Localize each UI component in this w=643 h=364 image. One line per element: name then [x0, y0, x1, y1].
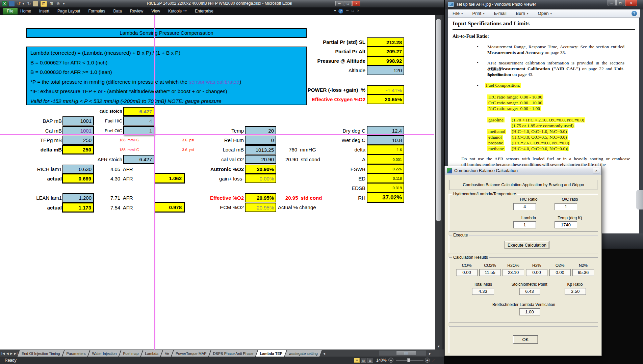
ribbon-tab-file[interactable]: File	[3, 8, 18, 15]
tepg-cell[interactable]: 250	[62, 136, 94, 145]
tab-scroll-right-icon[interactable]: ▶	[428, 351, 433, 357]
bap-cell[interactable]: 1001	[62, 116, 94, 125]
ribbon-tab-view[interactable]: View	[151, 9, 160, 13]
page-layout-view-icon[interactable]: ▤	[361, 358, 366, 363]
ribbon-tab-insert[interactable]: Insert	[39, 9, 49, 13]
viewer-maximize-button[interactable]: □	[616, 0, 624, 6]
menu-email[interactable]: E-mail	[489, 11, 511, 16]
ribbon-tab-review[interactable]: Review	[130, 9, 143, 13]
sheet-tab-fuel-map[interactable]: Fuel map	[119, 350, 143, 357]
autronic-cell[interactable]: 20.90%	[245, 165, 276, 174]
afr-stoich-cell[interactable]: 6.427	[123, 155, 154, 164]
grid-view-icon[interactable]: ⊞	[41, 1, 47, 7]
temp-cell[interactable]: 20	[245, 126, 276, 135]
effective-o2-cell[interactable]: 20.95%	[245, 193, 276, 202]
ok-button[interactable]: OK	[513, 335, 538, 344]
rich-actual-cell[interactable]: 0.669	[62, 173, 94, 184]
sheet-tab-wastegate-setting[interactable]: wastegate setting	[285, 350, 322, 357]
a-cell[interactable]: 0.001	[367, 155, 404, 164]
delta-mb-cell[interactable]: 250	[62, 145, 94, 155]
circle-icon[interactable]: ⊜	[55, 1, 61, 6]
menu-burn[interactable]: Burn▾	[511, 11, 533, 16]
workbook-restore-icon[interactable]: □	[351, 9, 355, 12]
scroll-down-icon[interactable]: ▼	[435, 343, 442, 349]
horizontal-scrollbar-thumb[interactable]: ||||	[396, 351, 416, 355]
altitude-cell[interactable]: 120	[367, 65, 404, 75]
sheet-tab-powertorque-map[interactable]: PowerTorque MAP	[172, 350, 211, 357]
hc-ratio-input[interactable]: 4	[513, 203, 536, 210]
sheet-tab-parameters[interactable]: Parameters	[62, 350, 90, 357]
ribbon-collapse-icon[interactable]: ▾	[333, 9, 337, 12]
pressure-altitude-cell[interactable]: 998.92	[367, 56, 404, 66]
lean-ratio-cell[interactable]: 0.978	[154, 202, 185, 213]
calval-cell[interactable]: 20.90	[245, 155, 276, 164]
edsb-cell[interactable]: 0.319	[367, 183, 404, 193]
ribbon-tab-kutools[interactable]: Kutools ™	[168, 9, 187, 13]
cal-cell[interactable]: 1001	[62, 126, 94, 135]
ed-cell[interactable]: 0.118	[367, 173, 404, 183]
zoom-out-icon[interactable]: −	[388, 358, 393, 363]
sheet-tab-end-of-injection-timing[interactable]: End Of Injection Timing	[18, 350, 64, 357]
rich-lam1-cell[interactable]: 0.630	[62, 165, 94, 174]
ribbon-tab-page-layout[interactable]: Page Layout	[57, 9, 80, 13]
fuel-oc-cell[interactable]: 1	[123, 126, 154, 135]
sheet-tab-lambda[interactable]: Lambda	[141, 350, 162, 357]
power-cell[interactable]: -1.41%	[367, 85, 404, 95]
ribbon-tab-home[interactable]: Home	[20, 9, 31, 13]
relhum-cell[interactable]: 0	[245, 136, 276, 145]
ribbon-tab-data[interactable]: Data	[113, 9, 122, 13]
dialog-close-icon[interactable]: ×	[593, 168, 600, 173]
help-icon[interactable]: ?	[632, 11, 637, 16]
sheet-tab-water-injection[interactable]: Water Injection	[88, 350, 121, 357]
partial-pr-sl-cell[interactable]: 212.28	[367, 37, 404, 47]
sheet-tab-dsps-phase-anti-phase[interactable]: DSPS Phase Anti Phase	[209, 350, 258, 357]
viewer-close-button[interactable]: ×	[625, 0, 637, 6]
page-break-view-icon[interactable]: ▥	[367, 358, 373, 363]
excel-minimize-button[interactable]: ─	[335, 1, 343, 6]
local-mb-cell[interactable]: 1013.25	[245, 145, 276, 155]
redo-icon[interactable]: ↻	[26, 1, 32, 6]
normal-view-icon[interactable]: ⊞	[354, 358, 360, 363]
paste-icon[interactable]	[33, 1, 38, 6]
viewer-minimize-button[interactable]: ─	[608, 0, 616, 6]
qat-overflow-icon[interactable]: ▾	[62, 1, 66, 6]
undo-icon[interactable]: ↺	[16, 1, 22, 6]
rh-cell[interactable]: 37.02%	[367, 192, 404, 203]
lean-lam1-cell[interactable]: 1.200	[62, 193, 94, 202]
menu-file[interactable]: File▾	[448, 11, 467, 16]
oc-ratio-input[interactable]: 1	[555, 203, 577, 210]
vertical-scrollbar-thumb[interactable]	[436, 19, 441, 221]
ribbon-tab-formulas[interactable]: Formulas	[88, 9, 105, 13]
tab-scroll-left-icon[interactable]: ◀	[322, 351, 327, 357]
gain-loss-cell[interactable]: 0.00%	[245, 174, 276, 183]
execute-calculation-button[interactable]: Execute Calculation	[505, 241, 549, 249]
workbook-close-icon[interactable]: ×	[356, 9, 360, 12]
partial-pr-alt-cell[interactable]: 209.27	[367, 47, 404, 56]
excel-restore-button[interactable]: □	[344, 1, 352, 6]
lean-actual-cell[interactable]: 1.173	[62, 202, 94, 213]
ribbon-tab-enterprise[interactable]: Enterprise	[195, 9, 213, 13]
eswb-cell[interactable]: 0.226	[367, 164, 404, 174]
horizontal-scrollbar[interactable]: ||||	[379, 351, 426, 356]
sheet-tab-ve[interactable]: Ve	[161, 350, 173, 357]
lambda-input[interactable]: 1	[513, 221, 536, 228]
save-icon[interactable]	[9, 1, 15, 6]
help-icon[interactable]: ?	[338, 9, 343, 13]
grid2-icon[interactable]: ⊞	[49, 1, 54, 6]
vertical-scrollbar[interactable]: ▼	[435, 15, 442, 349]
temp-k-input[interactable]: 1740	[555, 221, 577, 228]
zoom-in-icon[interactable]: +	[425, 358, 430, 363]
effective-oxygen-cell[interactable]: 20.65%	[367, 94, 404, 104]
wet-deg-cell[interactable]: 10.8	[367, 135, 404, 145]
undo-dropdown-icon[interactable]: ▾	[22, 1, 25, 6]
sheet-tab-lambda-tep[interactable]: Lambda TEP	[256, 350, 287, 357]
menu-print[interactable]: Print▾	[467, 11, 489, 16]
rich-ratio-cell[interactable]: 1.062	[154, 173, 185, 184]
workbook-minimize-icon[interactable]: ─	[345, 9, 350, 12]
menu-open[interactable]: Open▾	[533, 11, 557, 16]
sheet-nav-icons[interactable]: |◀ ◀ ▶ ▶|	[0, 351, 19, 357]
ecm-o2-cell[interactable]: 20.95%	[245, 203, 276, 212]
fuel-hc-cell[interactable]: 4	[123, 116, 154, 125]
calc-stoich-cell[interactable]: 6.427	[123, 107, 154, 116]
excel-close-button[interactable]: ×	[352, 1, 360, 6]
